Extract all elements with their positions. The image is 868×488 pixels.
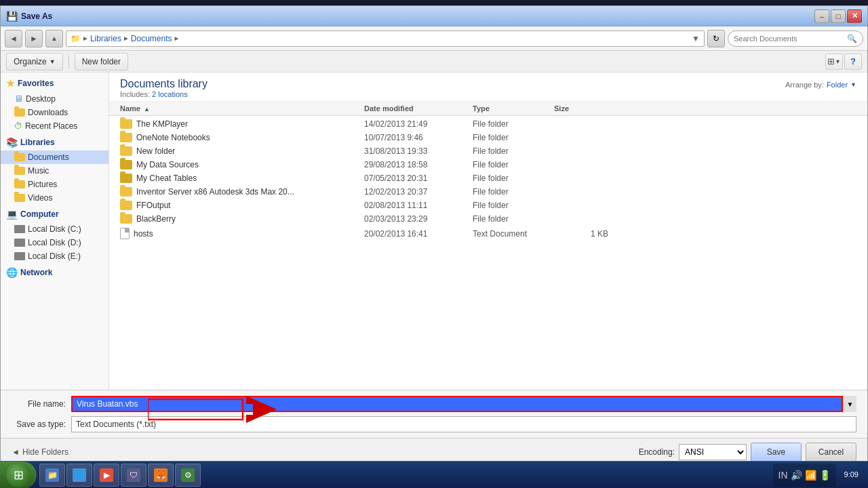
taskbar-security-button[interactable]: 🛡 <box>121 464 146 487</box>
file-date: 14/02/2013 21:49 <box>364 119 473 129</box>
filename-input[interactable] <box>71 396 843 412</box>
table-row[interactable]: FFOutput 02/08/2013 11:11 File folder <box>109 199 867 212</box>
breadcrumb-root: 📁 <box>71 34 81 43</box>
organize-button[interactable]: Organize ▼ <box>6 53 63 70</box>
folder-icon <box>120 174 132 183</box>
col-header-type[interactable]: Type <box>473 104 554 113</box>
sidebar-section-computer: 💻 Computer Local Disk (C:) Local Disk (D… <box>1 206 108 263</box>
filename-row: File name: ▼ <box>12 396 856 412</box>
col-header-date[interactable]: Date modified <box>364 104 473 113</box>
sidebar-desktop-label: Desktop <box>26 94 56 104</box>
file-date: 12/02/2013 20:37 <box>364 187 473 197</box>
file-name-cell: BlackBerry <box>120 214 364 224</box>
sidebar-item-music[interactable]: Music <box>1 164 108 178</box>
close-button[interactable]: ✕ <box>847 9 862 23</box>
new-folder-button[interactable]: New folder <box>75 53 128 70</box>
table-row[interactable]: hosts 20/02/2013 16:41 Text Document 1 K… <box>109 226 867 241</box>
cancel-button[interactable]: Cancel <box>806 443 856 462</box>
file-type: File folder <box>473 160 554 169</box>
sidebar-item-local-disk-d[interactable]: Local Disk (D:) <box>1 236 108 249</box>
savetype-select[interactable]: Text Documents (*.txt) <box>71 416 856 432</box>
table-row[interactable]: New folder 31/08/2013 19:33 File folder <box>109 144 867 158</box>
search-icon: 🔍 <box>847 34 857 43</box>
sidebar-item-pictures[interactable]: Pictures <box>1 178 108 191</box>
refresh-button[interactable]: ↻ <box>707 30 725 47</box>
firefox-icon: 🦊 <box>154 468 167 482</box>
folder-icon <box>120 201 132 210</box>
table-row[interactable]: The KMPlayer 14/02/2013 21:49 File folde… <box>109 117 867 131</box>
systray-network-icon: 📶 <box>805 470 816 481</box>
taskbar-ie-button[interactable]: 🌐 <box>66 464 92 487</box>
sidebar-music-label: Music <box>28 166 49 176</box>
file-type: File folder <box>473 214 554 224</box>
forward-button[interactable]: ► <box>25 30 43 47</box>
sidebar-computer-header[interactable]: 💻 Computer <box>1 206 108 222</box>
taskbar-wmp-button[interactable]: ▶ <box>94 464 119 487</box>
file-list: The KMPlayer 14/02/2013 21:49 File folde… <box>109 116 867 390</box>
file-size: 1 KB <box>554 229 608 239</box>
breadcrumb-documents[interactable]: Documents <box>131 34 172 43</box>
col-header-size[interactable]: Size <box>554 104 608 113</box>
arrange-value[interactable]: Folder <box>827 81 848 89</box>
file-date: 07/05/2013 20:31 <box>364 174 473 183</box>
view-icon: ⊞ <box>827 56 835 66</box>
taskbar-firefox-button[interactable]: 🦊 <box>148 464 174 487</box>
maximize-button[interactable]: □ <box>831 9 846 23</box>
back-button[interactable]: ◄ <box>5 30 22 47</box>
taskbar-explorer-button[interactable]: 📁 <box>39 464 65 487</box>
breadcrumb-dropdown[interactable]: ▼ <box>692 34 700 43</box>
help-button[interactable]: ? <box>844 54 862 70</box>
sidebar-item-recent-places[interactable]: ⏱ Recent Places <box>1 119 108 133</box>
sidebar-item-local-disk-e[interactable]: Local Disk (E:) <box>1 249 108 263</box>
computer-label: Computer <box>20 209 59 219</box>
security-icon: 🛡 <box>127 468 140 482</box>
col-header-name[interactable]: Name ▲ <box>120 104 364 113</box>
sidebar-item-desktop[interactable]: 🖥 Desktop <box>1 92 108 106</box>
sidebar-local-disk-e-label: Local Disk (E:) <box>28 251 81 261</box>
search-box[interactable]: 🔍 <box>728 30 863 47</box>
file-type: File folder <box>473 174 554 183</box>
sidebar-favorites-header[interactable]: ★ Favorites <box>1 75 108 92</box>
organize-label: Organize <box>14 57 47 66</box>
sidebar-network-header[interactable]: 🌐 Network <box>1 264 108 281</box>
sidebar-item-downloads[interactable]: Downloads <box>1 106 108 119</box>
sidebar-item-local-disk-c[interactable]: Local Disk (C:) <box>1 222 108 236</box>
minimize-button[interactable]: – <box>814 9 829 23</box>
sidebar-libraries-header[interactable]: 📚 Libraries <box>1 134 108 150</box>
file-list-subtitle: Includes: 2 locations <box>120 90 208 98</box>
arrange-dropdown-icon[interactable]: ▼ <box>850 81 856 88</box>
filename-dropdown-button[interactable]: ▼ <box>843 396 856 412</box>
search-input[interactable] <box>734 35 844 43</box>
title-bar: 💾 Save As – □ ✕ <box>1 6 867 26</box>
window-controls: – □ ✕ <box>814 9 862 23</box>
new-folder-label: New folder <box>82 57 121 66</box>
table-row[interactable]: BlackBerry 02/03/2013 23:29 File folder <box>109 212 867 226</box>
save-button[interactable]: Save <box>751 443 802 462</box>
folder-icon <box>120 187 132 197</box>
locations-link[interactable]: 2 locations <box>152 90 188 98</box>
up-button[interactable]: ▲ <box>45 30 63 47</box>
sidebar-pictures-label: Pictures <box>28 180 57 189</box>
table-row[interactable]: My Cheat Tables 07/05/2013 20:31 File fo… <box>109 171 867 185</box>
file-name-cell: The KMPlayer <box>120 119 364 129</box>
encoding-select[interactable]: ANSI <box>679 444 747 460</box>
table-row[interactable]: My Data Sources 29/08/2013 18:58 File fo… <box>109 158 867 171</box>
sidebar-section-libraries: 📚 Libraries Documents Music Pictures <box>1 134 108 205</box>
breadcrumb: 📁 ► Libraries ► Documents ► ▼ <box>66 30 705 47</box>
filename-label: File name: <box>12 399 66 409</box>
sidebar-item-videos[interactable]: Videos <box>1 191 108 205</box>
sidebar-item-documents[interactable]: Documents <box>1 150 108 164</box>
sidebar-documents-label: Documents <box>28 152 69 162</box>
file-date: 02/08/2013 11:11 <box>364 201 473 210</box>
wmp-icon: ▶ <box>100 468 113 482</box>
arrange-by: Arrange by: Folder ▼ <box>785 81 856 89</box>
taskbar-misc-button[interactable]: ⚙ <box>175 464 201 487</box>
start-orb: ⊞ <box>6 463 31 487</box>
file-type: File folder <box>473 146 554 156</box>
hide-folders-button[interactable]: ◄ Hide Folders <box>12 445 68 460</box>
table-row[interactable]: OneNote Notebooks 10/07/2013 9:46 File f… <box>109 131 867 144</box>
breadcrumb-libraries[interactable]: Libraries <box>90 34 121 43</box>
start-button[interactable]: ⊞ <box>0 462 37 489</box>
view-toggle-button[interactable]: ⊞ ▼ <box>825 54 843 70</box>
table-row[interactable]: Inventor Server x86 Autodesk 3ds Max 20.… <box>109 185 867 199</box>
